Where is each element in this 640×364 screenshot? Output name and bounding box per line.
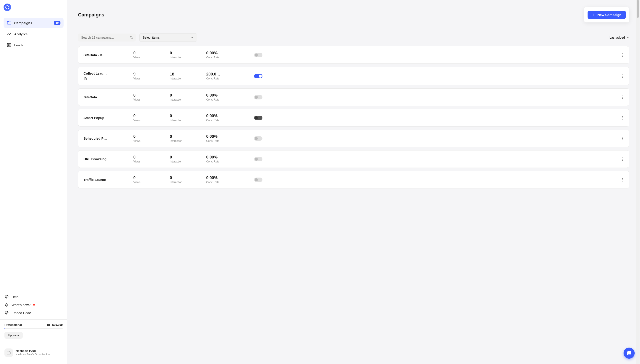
folder-icon bbox=[7, 20, 12, 25]
campaign-row[interactable]: SiteData - D… 0 Views 0 Interaction 0.00… bbox=[78, 46, 629, 64]
chart-icon bbox=[7, 32, 12, 36]
convrate-label: Conv. Rate bbox=[206, 160, 237, 163]
bottom-nav: Help What's new? Embed Code bbox=[0, 293, 67, 317]
stat-interaction: 0 Interaction bbox=[170, 93, 201, 101]
interaction-value: 0 bbox=[170, 114, 201, 118]
interaction-value: 18 bbox=[170, 72, 201, 76]
sidebar-item-leads[interactable]: Leads bbox=[4, 40, 64, 50]
nav-label: Campaigns bbox=[14, 21, 51, 25]
more-actions-button[interactable] bbox=[621, 156, 624, 162]
interaction-label: Interaction bbox=[170, 77, 201, 80]
campaign-toggle[interactable] bbox=[254, 136, 263, 141]
select-label: Select items bbox=[143, 36, 159, 39]
views-label: Views bbox=[133, 181, 164, 184]
convrate-value: 200.0… bbox=[206, 72, 237, 76]
svg-point-17 bbox=[622, 74, 623, 75]
campaign-toggle[interactable] bbox=[254, 53, 263, 57]
chat-fab[interactable] bbox=[623, 348, 635, 359]
convrate-label: Conv. Rate bbox=[206, 119, 237, 122]
more-actions-button[interactable] bbox=[621, 94, 624, 100]
toggle-col bbox=[243, 53, 274, 57]
svg-rect-6 bbox=[7, 352, 11, 354]
campaign-row[interactable]: Smart Popup 0 Views 0 Interaction 0.00% … bbox=[78, 109, 629, 126]
views-label: Views bbox=[133, 119, 164, 122]
interaction-value: 0 bbox=[170, 176, 201, 180]
toggle-col bbox=[243, 178, 274, 182]
main-content: Campaigns New Campaign Select items bbox=[67, 0, 640, 364]
bottom-item-embed-code[interactable]: Embed Code bbox=[5, 309, 63, 317]
nav-label: Analytics bbox=[14, 32, 60, 36]
campaign-toggle[interactable] bbox=[254, 178, 263, 182]
stat-views: 0 Views bbox=[133, 93, 164, 101]
campaign-name-col: Collect Lead… bbox=[84, 72, 128, 80]
more-actions-button[interactable] bbox=[621, 74, 624, 79]
stat-views: 0 Views bbox=[133, 114, 164, 122]
logo[interactable] bbox=[4, 4, 11, 11]
scrollbar[interactable] bbox=[636, 0, 639, 364]
logo-inner bbox=[5, 5, 9, 9]
plan-row: Professional 18 / 500.000 bbox=[5, 323, 63, 326]
svg-point-28 bbox=[622, 140, 623, 140]
sidebar-item-campaigns[interactable]: Campaigns 19 bbox=[4, 18, 64, 28]
page-title: Campaigns bbox=[78, 12, 104, 18]
more-actions-button[interactable] bbox=[621, 177, 624, 182]
campaign-row[interactable]: SiteData 0 Views 0 Interaction 0.00% Con… bbox=[78, 88, 629, 106]
new-campaign-button[interactable]: New Campaign bbox=[587, 11, 626, 19]
campaign-row[interactable]: Scheduled P… 0 Views 0 Interaction 0.00%… bbox=[78, 130, 629, 147]
sidebar-item-analytics[interactable]: Analytics bbox=[4, 29, 64, 39]
dots-vertical-icon bbox=[622, 53, 623, 57]
plan-name: Professional bbox=[5, 323, 22, 326]
svg-point-24 bbox=[622, 118, 623, 118]
more-actions-button[interactable] bbox=[621, 115, 624, 120]
convrate-value: 0.00% bbox=[206, 93, 237, 98]
search-input[interactable] bbox=[78, 34, 136, 42]
campaign-name-col: Scheduled P… bbox=[84, 136, 128, 140]
svg-point-12 bbox=[622, 54, 623, 55]
nav-label: Leads bbox=[14, 43, 60, 47]
convrate-value: 0.00% bbox=[206, 51, 237, 56]
campaign-toggle[interactable] bbox=[254, 157, 263, 161]
svg-point-13 bbox=[622, 56, 623, 56]
dots-vertical-icon bbox=[622, 116, 623, 120]
svg-point-5 bbox=[6, 312, 7, 314]
convrate-label: Conv. Rate bbox=[206, 98, 237, 101]
chevron-down-icon bbox=[191, 36, 194, 39]
svg-point-34 bbox=[622, 181, 623, 181]
scrollbar-thumb[interactable] bbox=[637, 0, 639, 18]
stat-convrate: 0.00% Conv. Rate bbox=[206, 176, 237, 184]
campaign-toggle[interactable] bbox=[254, 116, 263, 120]
campaign-name: Traffic Source bbox=[84, 178, 128, 182]
bottom-item-help[interactable]: Help bbox=[5, 293, 63, 301]
svg-point-22 bbox=[622, 98, 623, 99]
avatar bbox=[5, 348, 13, 357]
profile-section[interactable]: Nazlıcan Berk Nazlıcan Berk's Organizati… bbox=[0, 345, 67, 360]
campaign-toggle[interactable] bbox=[254, 74, 263, 78]
convrate-value: 0.00% bbox=[206, 114, 237, 118]
campaign-row[interactable]: URL Browsing 0 Views 0 Interaction 0.00%… bbox=[78, 150, 629, 168]
campaign-name-col: Smart Popup bbox=[84, 116, 128, 120]
leads-icon bbox=[7, 42, 12, 48]
actions-col bbox=[621, 177, 624, 182]
views-value: 0 bbox=[133, 51, 164, 56]
views-value: 9 bbox=[133, 72, 164, 76]
profile-org: Nazlıcan Berk's Organization bbox=[16, 353, 50, 356]
more-actions-button[interactable] bbox=[621, 136, 624, 141]
interaction-label: Interaction bbox=[170, 98, 201, 101]
sort-dropdown[interactable]: Last added bbox=[609, 36, 629, 39]
svg-point-25 bbox=[622, 119, 623, 120]
bottom-item-what-s-new-[interactable]: What's new? bbox=[5, 301, 63, 309]
select-items-dropdown[interactable]: Select items bbox=[139, 33, 197, 42]
campaign-toggle[interactable] bbox=[254, 95, 263, 100]
campaign-row[interactable]: Collect Lead… 9 Views 18 Interaction 200… bbox=[78, 67, 629, 85]
more-actions-button[interactable] bbox=[621, 52, 624, 58]
interaction-label: Interaction bbox=[170, 119, 201, 122]
app-root: Campaigns 19 Analytics Leads Help What's… bbox=[0, 0, 640, 364]
upgrade-button[interactable]: Upgrade bbox=[5, 332, 23, 339]
new-campaign-card: New Campaign bbox=[584, 7, 629, 22]
stat-convrate: 0.00% Conv. Rate bbox=[206, 155, 237, 163]
plan-section: Professional 18 / 500.000 Upgrade bbox=[0, 320, 67, 342]
svg-line-10 bbox=[132, 38, 133, 39]
plus-icon bbox=[592, 13, 595, 17]
campaign-row[interactable]: Traffic Source 0 Views 0 Interaction 0.0… bbox=[78, 171, 629, 188]
bottom-label: Embed Code bbox=[12, 311, 31, 315]
